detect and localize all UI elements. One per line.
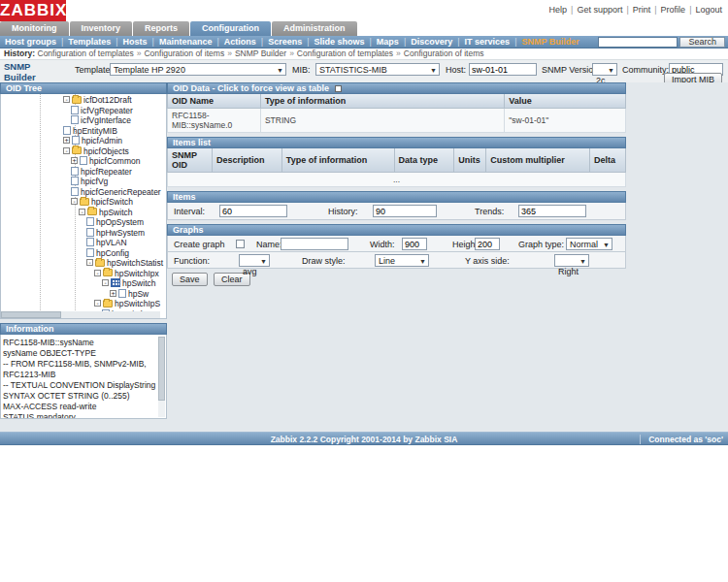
tree-toggle-minus-icon[interactable]: - bbox=[79, 209, 85, 215]
tree-item-hpOpSystem[interactable]: hpOpSystem bbox=[1, 216, 166, 227]
oid-data-row[interactable]: RFC1158-MIB::sysName.0STRING"sw-01-01" bbox=[168, 109, 626, 133]
subnav-hosts[interactable]: Hosts bbox=[123, 37, 148, 47]
tree-toggle-plus-icon[interactable]: + bbox=[71, 157, 78, 164]
subnav-separator: | bbox=[457, 37, 459, 47]
document-icon bbox=[86, 228, 94, 237]
trends-input[interactable] bbox=[518, 205, 586, 217]
tree-toggle-plus-icon[interactable]: + bbox=[110, 290, 116, 297]
tree-item-hpConfig[interactable]: hpConfig bbox=[1, 247, 166, 258]
chevron-down-icon: ▼ bbox=[608, 65, 614, 76]
tree-item-icfDot12Draft[interactable]: -icfDot12Draft bbox=[1, 94, 166, 105]
main-nav-administration[interactable]: Administration bbox=[272, 21, 357, 36]
subnav-slide-shows[interactable]: Slide shows bbox=[314, 37, 365, 47]
tree-item-hpicfObjects[interactable]: -hpicfObjects bbox=[1, 146, 166, 156]
tree-toggle-minus-icon[interactable]: - bbox=[71, 198, 78, 205]
tree-item-hpSwitchIpx[interactable]: -hpSwitchIpx bbox=[1, 268, 166, 278]
interval-input[interactable] bbox=[219, 205, 287, 217]
tree-toggle-minus-icon[interactable]: - bbox=[94, 270, 101, 276]
subnav-maintenance[interactable]: Maintenance bbox=[159, 37, 213, 47]
tree-item-hpicfSwitch[interactable]: -hpicfSwitch bbox=[1, 196, 166, 207]
save-button[interactable]: Save bbox=[172, 273, 208, 286]
main-nav-monitoring[interactable]: Monitoring bbox=[0, 21, 69, 36]
interval-label: Interval: bbox=[174, 207, 205, 216]
tree-horizontal-scrollbar[interactable] bbox=[1, 311, 160, 318]
search-input[interactable] bbox=[598, 37, 678, 48]
tree-item-hpSwitchIpS[interactable]: -hpSwitchIpS bbox=[1, 298, 166, 308]
tree-item-icfVgRepeater[interactable]: icfVgRepeater bbox=[1, 105, 166, 115]
tree-toggle-minus-icon[interactable]: - bbox=[63, 96, 70, 103]
template-label: Template: bbox=[75, 65, 113, 75]
breadcrumb-items: Configuration of templates»Configuration… bbox=[38, 48, 484, 58]
tree-item-icfVgInterface[interactable]: icfVgInterface bbox=[1, 114, 166, 125]
breadcrumb-link[interactable]: Configuration of templates bbox=[38, 48, 134, 58]
main-nav-reports[interactable]: Reports bbox=[133, 21, 189, 36]
tree-item-hpicfAdmin[interactable]: +hpicfAdmin bbox=[1, 135, 166, 146]
chevron-down-icon: ▼ bbox=[430, 65, 437, 76]
subnav-it-services[interactable]: IT services bbox=[465, 37, 511, 47]
top-link-profile[interactable]: Profile bbox=[661, 5, 686, 15]
tree-toggle-minus-icon[interactable]: - bbox=[102, 279, 109, 286]
tree-item-hpSw[interactable]: +hpSw bbox=[1, 288, 166, 299]
info-vertical-scrollbar[interactable] bbox=[158, 337, 165, 417]
graph-height-input[interactable] bbox=[475, 238, 500, 250]
force-table-checkbox[interactable] bbox=[335, 85, 342, 92]
tree-item-hpicfGenericRepeater[interactable]: hpicfGenericRepeater bbox=[1, 186, 166, 197]
subnav-screens[interactable]: Screens bbox=[268, 37, 302, 47]
breadcrumb-link[interactable]: Configuration of items bbox=[404, 48, 484, 58]
subnav-snmp-builder[interactable]: SNMP Builder bbox=[521, 37, 579, 47]
chevron-down-icon: ▼ bbox=[579, 256, 586, 267]
subnav-discovery[interactable]: Discovery bbox=[411, 37, 452, 47]
chevron-down-icon: ▼ bbox=[419, 256, 426, 267]
subnav-actions[interactable]: Actions bbox=[224, 37, 256, 47]
tree-item-hpSwitch[interactable]: -hpSwitch bbox=[1, 277, 166, 288]
top-link-help[interactable]: Help bbox=[549, 5, 568, 15]
tree-item-hpVLAN[interactable]: hpVLAN bbox=[1, 237, 166, 247]
connected-as[interactable]: Connected as 'soc' bbox=[640, 435, 723, 444]
oid-data-header[interactable]: OID Data - Click to force view as table bbox=[167, 82, 626, 94]
host-input[interactable] bbox=[469, 63, 537, 76]
information-text: RFC1158-MIB::sysNamesysName OBJECT-TYPE-… bbox=[1, 335, 166, 419]
breadcrumb-link[interactable]: SNMP Builder bbox=[235, 48, 286, 58]
tree-item-hpicfVg[interactable]: hpicfVg bbox=[1, 176, 166, 186]
search-button[interactable]: Search bbox=[679, 37, 725, 48]
history-input[interactable] bbox=[373, 205, 437, 217]
create-graph-checkbox[interactable] bbox=[236, 240, 245, 248]
graph-name-input[interactable] bbox=[281, 238, 348, 250]
subnav-templates[interactable]: Templates bbox=[68, 37, 111, 47]
tree-toggle-minus-icon[interactable]: - bbox=[86, 259, 93, 266]
tree-item-hpSwitch[interactable]: -hpSwitch bbox=[1, 207, 166, 217]
main-nav-inventory[interactable]: Inventory bbox=[70, 21, 133, 36]
information-line: RFC1158-MIB::sysName bbox=[3, 338, 156, 348]
information-header: Information bbox=[0, 323, 167, 335]
tree-item-hpicfRepeater[interactable]: hpicfRepeater bbox=[1, 166, 166, 177]
create-graph-label: Create graph bbox=[174, 240, 225, 249]
main-nav-configuration[interactable]: Configuration bbox=[190, 21, 271, 36]
graph-width-input[interactable] bbox=[402, 238, 427, 250]
tree-item-hpHwSystem[interactable]: hpHwSystem bbox=[1, 227, 166, 238]
tree-toggle-plus-icon[interactable]: + bbox=[63, 137, 70, 144]
subnav-maps[interactable]: Maps bbox=[377, 37, 399, 47]
top-link-logout[interactable]: Logout bbox=[695, 5, 722, 15]
tree-item-hpSwitchStatist[interactable]: -hpSwitchStatist bbox=[1, 257, 166, 268]
scrollbar-thumb[interactable] bbox=[1, 311, 61, 318]
mib-select[interactable]: ▼ STATISTICS-MIB bbox=[315, 63, 440, 76]
snmp-version-select[interactable]: ▼ 2c bbox=[592, 63, 617, 76]
tree-item-hpEntityMIB[interactable]: hpEntityMIB bbox=[1, 125, 166, 136]
tree-toggle-minus-icon[interactable]: - bbox=[94, 300, 101, 307]
top-link-get-support[interactable]: Get support bbox=[577, 5, 622, 15]
tree-toggle-minus-icon[interactable]: - bbox=[63, 147, 70, 154]
function-select[interactable]: ▼ avg bbox=[239, 254, 270, 267]
tree-item-hpicfCommon[interactable]: +hpicfCommon bbox=[1, 155, 166, 166]
subnav-host-groups[interactable]: Host groups bbox=[5, 37, 56, 47]
folder-icon bbox=[103, 300, 113, 307]
breadcrumb-link[interactable]: Configuration of items bbox=[144, 48, 224, 58]
breadcrumb-link[interactable]: Configuration of templates bbox=[297, 48, 393, 58]
scrollbar-thumb[interactable] bbox=[158, 337, 165, 401]
tree-item-label: hpSwitchStatist bbox=[107, 258, 163, 268]
graphs-form-row2: Function: ▼ avg Draw style: ▼ Line Y axi… bbox=[167, 252, 626, 269]
top-link-print[interactable]: Print bbox=[633, 5, 651, 15]
graph-type-select[interactable]: ▼ Normal bbox=[566, 238, 612, 250]
yaxis-side-select[interactable]: ▼ Right bbox=[554, 254, 589, 267]
template-select[interactable]: ▼ Template HP 2920 bbox=[110, 63, 286, 76]
draw-style-select[interactable]: ▼ Line bbox=[375, 254, 429, 267]
